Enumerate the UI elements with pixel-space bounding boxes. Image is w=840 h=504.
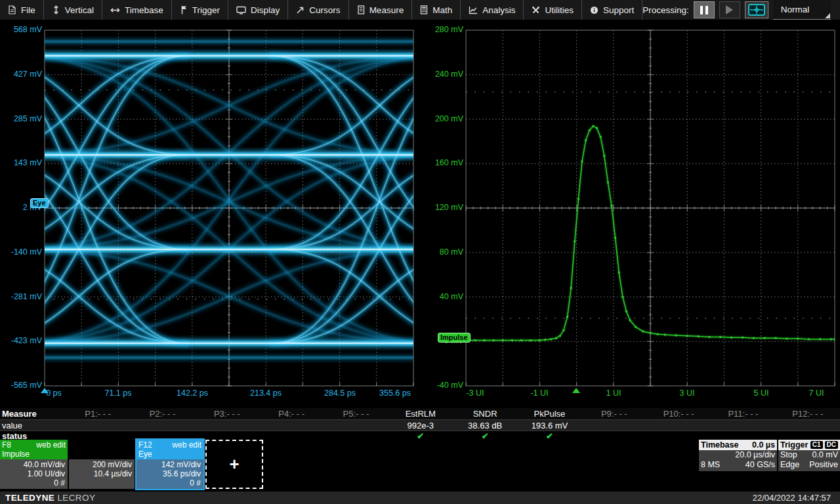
- teledyne-lecroy-logo: TELEDYNE LECROY: [5, 493, 95, 503]
- trace-descriptor-f12[interactable]: F12web editEye142 mV/div35.6 ps/div0 #: [136, 440, 203, 489]
- measure-column-header[interactable]: P4:- - -: [259, 409, 324, 419]
- descriptor-id: F12: [138, 440, 152, 450]
- measure-column-header[interactable]: SNDR: [453, 409, 517, 419]
- descriptor-tag: web edit: [172, 440, 201, 450]
- measure-value: [195, 421, 259, 430]
- eye-trace-badge[interactable]: Eye: [30, 198, 49, 208]
- impulse-y-tick-label: 40 mV: [423, 292, 463, 301]
- descriptor-line: 0 #: [1, 478, 65, 488]
- measure-column-header[interactable]: P11:- - -: [711, 409, 775, 419]
- measure-value: [130, 421, 194, 430]
- descriptor-line: 40.0 mV/div: [1, 460, 65, 469]
- trigger-header: Trigger C1 DC: [778, 440, 840, 450]
- measure-status-check: [259, 431, 324, 441]
- descriptor-line: 1.00 UI/div: [1, 469, 65, 478]
- descriptor-trace-name: Impulse: [2, 450, 66, 459]
- descriptor-body: 142 mV/div35.6 ps/div0 #: [136, 459, 203, 489]
- measure-column-header[interactable]: P5:- - -: [324, 409, 388, 419]
- measure-value-row: value 992e-338.63 dB193.6 mV: [0, 419, 840, 431]
- impulse-x-tick-label: 1 UI: [606, 388, 621, 398]
- timebase-header: Timebase 0.0 µs: [699, 440, 777, 450]
- impulse-y-tick-label: 160 mV: [423, 158, 463, 167]
- measure-column-header[interactable]: P12:- - -: [776, 409, 840, 419]
- eye-trigger-position-marker[interactable]: [41, 388, 49, 393]
- descriptor-line: 0 #: [138, 478, 201, 488]
- measure-status-check: [582, 431, 646, 441]
- trigger-body: Stop 0.0 mV Edge Positive: [778, 450, 840, 471]
- impulse-y-tick-label: 80 mV: [423, 247, 463, 257]
- measure-status-check: ✔: [388, 431, 453, 441]
- measure-value: [66, 421, 130, 430]
- descriptor-id: F8: [2, 440, 11, 450]
- impulse-x-tick-label: -1 UI: [530, 388, 548, 398]
- eye-x-tick-label: 142.2 ps: [177, 388, 208, 398]
- measure-value: [776, 421, 840, 430]
- impulse-trace-badge[interactable]: Impulse: [438, 333, 471, 343]
- descriptor-line: 200 mV/div: [70, 460, 132, 469]
- measure-value: [259, 421, 324, 430]
- trace-descriptor-f8[interactable]: F8web editImpulse40.0 mV/div1.00 UI/div0…: [0, 440, 68, 489]
- measure-table: Measure P1:- - -P2:- - -P3:- - -P4:- - -…: [0, 408, 840, 441]
- timebase-title: Timebase: [701, 440, 738, 450]
- measure-value: 992e-3: [388, 421, 453, 430]
- add-trace-button[interactable]: +: [205, 440, 263, 489]
- eye-y-tick-label: 285 mV: [1, 114, 42, 123]
- brand-light: LECROY: [57, 493, 95, 503]
- impulse-x-tick-label: 7 UI: [809, 388, 824, 398]
- timebase-offset: 0.0 µs: [752, 440, 775, 450]
- measure-status-check: [324, 431, 388, 441]
- measure-value-row-label: value: [0, 421, 66, 430]
- timebase-sample-rate: 40 GS/s: [746, 460, 775, 470]
- descriptor-line: 35.6 ps/div: [138, 469, 201, 478]
- timebase-descriptor[interactable]: Timebase 0.0 µs 20.0 µs/div 8 MS 40 GS/s: [699, 440, 777, 471]
- impulse-trigger-position-marker[interactable]: [572, 388, 580, 393]
- measure-column-header[interactable]: EstRLM: [388, 409, 453, 419]
- impulse-x-tick-label: 3 UI: [680, 388, 695, 398]
- timebase-samples: 8 MS: [701, 460, 720, 470]
- impulse-y-tick-label: 280 mV: [423, 25, 463, 34]
- descriptor-line: 10.4 µs/div: [70, 469, 132, 478]
- trigger-source-badge: C1: [810, 441, 823, 449]
- eye-y-tick-label: -423 mV: [1, 336, 42, 345]
- trigger-mode: Stop: [780, 450, 797, 460]
- measure-column-header[interactable]: P9:- - -: [582, 409, 646, 419]
- descriptor-header: F12web editEye: [136, 440, 203, 459]
- timebase-scale: 20.0 µs/div: [735, 450, 775, 460]
- eye-y-tick-label: 143 mV: [1, 158, 42, 167]
- oscilloscope-screen: FileVerticalTimebaseTriggerDisplayCursor…: [0, 0, 840, 504]
- eye-y-tick-label: 427 mV: [1, 70, 42, 79]
- descriptor-line: 142 mV/div: [138, 460, 201, 469]
- measure-column-header[interactable]: PkPulse: [517, 409, 581, 419]
- descriptor-trace-name: Eye: [138, 450, 201, 459]
- measure-status-check: [66, 431, 130, 441]
- impulse-y-tick-label: -40 mV: [423, 381, 463, 390]
- eye-y-tick-label: -281 mV: [1, 292, 42, 301]
- timebase-body: 20.0 µs/div 8 MS 40 GS/s: [699, 450, 777, 471]
- eye-x-tick-label: 355.6 ps: [379, 388, 411, 398]
- measure-column-header[interactable]: P2:- - -: [130, 409, 194, 419]
- measure-header-row: Measure P1:- - -P2:- - -P3:- - -P4:- - -…: [0, 408, 840, 419]
- trigger-descriptor[interactable]: Trigger C1 DC Stop 0.0 mV Edge Positive: [778, 440, 840, 471]
- measure-status-check: ✔: [517, 431, 581, 441]
- impulse-y-tick-label: 200 mV: [423, 114, 463, 123]
- trace-descriptor-channel-1[interactable]: 200 mV/div10.4 µs/div: [69, 459, 135, 489]
- impulse-y-tick-label: 240 mV: [423, 70, 463, 79]
- trigger-type: Edge: [780, 460, 799, 470]
- measure-value: 38.63 dB: [453, 421, 517, 430]
- impulse-y-tick-label: 120 mV: [423, 203, 463, 212]
- measure-value: 193.6 mV: [517, 421, 581, 430]
- datetime: 22/04/2022 14:47:57: [753, 493, 831, 503]
- trigger-level: 0.0 mV: [812, 450, 838, 460]
- eye-y-tick-label: -140 mV: [1, 247, 42, 257]
- descriptor-tag: web edit: [36, 440, 66, 450]
- descriptor-header: F8web editImpulse: [0, 440, 68, 459]
- measure-title: Measure: [0, 409, 66, 419]
- status-bar: TELEDYNE LECROY 22/04/2022 14:47:57: [0, 491, 840, 504]
- impulse-x-tick-label: -3 UI: [466, 388, 484, 398]
- measure-column-header[interactable]: P1:- - -: [66, 409, 130, 419]
- eye-x-tick-label: 213.4 ps: [250, 388, 282, 398]
- eye-x-tick-label: 71.1 ps: [104, 388, 131, 398]
- eye-x-tick-label: 284.5 ps: [324, 388, 356, 398]
- measure-column-header[interactable]: P10:- - -: [646, 409, 711, 419]
- measure-column-header[interactable]: P3:- - -: [195, 409, 259, 419]
